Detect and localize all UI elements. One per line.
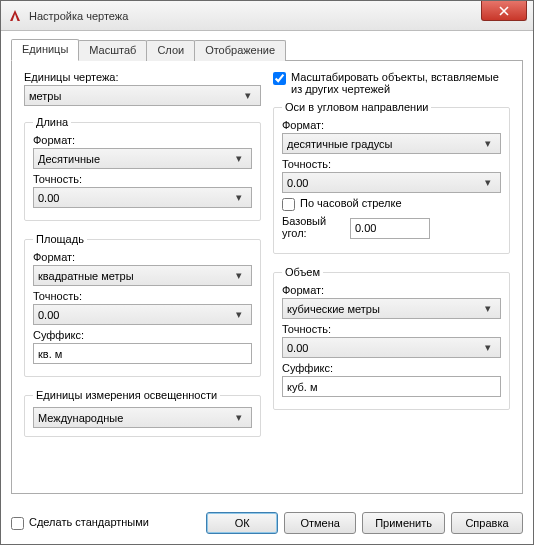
length-precision-combo[interactable]: 0.00 ▾ <box>33 187 252 208</box>
volume-precision-label: Точность: <box>282 323 501 335</box>
volume-suffix-label: Суффикс: <box>282 362 501 374</box>
right-column: Масштабировать объекты, вставляемые из д… <box>273 71 510 483</box>
area-group: Площадь Формат: квадратные метры ▾ Точно… <box>24 233 261 377</box>
length-group: Длина Формат: Десятичные ▾ Точность: 0.0… <box>24 116 261 221</box>
illum-legend: Единицы измерения освещенности <box>33 389 220 401</box>
drawing-units-value: метры <box>29 90 61 102</box>
tab-strip: Единицы Масштаб Слои Отображение <box>11 39 523 61</box>
footer: Сделать стандартными ОК Отмена Применить… <box>1 504 533 544</box>
window-title: Настройка чертежа <box>29 10 128 22</box>
chevron-down-icon: ▾ <box>480 137 496 150</box>
make-default-check[interactable]: Сделать стандартными <box>11 516 149 530</box>
dialog-window: Настройка чертежа Единицы Масштаб Слои О… <box>0 0 534 545</box>
volume-legend: Объем <box>282 266 323 278</box>
length-format-combo[interactable]: Десятичные ▾ <box>33 148 252 169</box>
apply-button[interactable]: Применить <box>362 512 445 534</box>
drawing-units-label: Единицы чертежа: <box>24 71 261 83</box>
area-suffix-input[interactable]: кв. м <box>33 343 252 364</box>
illum-combo[interactable]: Международные ▾ <box>33 407 252 428</box>
chevron-down-icon: ▾ <box>480 176 496 189</box>
angle-precision-combo[interactable]: 0.00 ▾ <box>282 172 501 193</box>
area-suffix-label: Суффикс: <box>33 329 252 341</box>
scale-objects-checkbox[interactable] <box>273 72 286 85</box>
chevron-down-icon: ▾ <box>231 269 247 282</box>
chevron-down-icon: ▾ <box>231 308 247 321</box>
chevron-down-icon: ▾ <box>480 341 496 354</box>
volume-suffix-value: куб. м <box>287 381 318 393</box>
ok-button[interactable]: ОК <box>206 512 278 534</box>
base-angle-label: Базовый угол: <box>282 215 342 239</box>
angle-precision-value: 0.00 <box>287 177 308 189</box>
length-precision-label: Точность: <box>33 173 252 185</box>
angle-group: Оси в угловом направлении Формат: десяти… <box>273 101 510 254</box>
volume-precision-value: 0.00 <box>287 342 308 354</box>
illum-value: Международные <box>38 412 123 424</box>
chevron-down-icon: ▾ <box>231 152 247 165</box>
area-suffix-value: кв. м <box>38 348 62 360</box>
titlebar[interactable]: Настройка чертежа <box>1 1 533 31</box>
clockwise-label: По часовой стрелке <box>300 197 402 209</box>
tab-body-units: Единицы чертежа: метры ▾ Длина Формат: Д… <box>11 61 523 494</box>
tab-layers[interactable]: Слои <box>146 40 195 61</box>
chevron-down-icon: ▾ <box>231 191 247 204</box>
area-format-value: квадратные метры <box>38 270 134 282</box>
angle-format-value: десятичные градусы <box>287 138 393 150</box>
close-button[interactable] <box>481 1 527 21</box>
chevron-down-icon: ▾ <box>480 302 496 315</box>
volume-suffix-input[interactable]: куб. м <box>282 376 501 397</box>
scale-objects-check[interactable]: Масштабировать объекты, вставляемые из д… <box>273 71 510 95</box>
make-default-label: Сделать стандартными <box>29 516 149 528</box>
area-legend: Площадь <box>33 233 87 245</box>
angle-legend: Оси в угловом направлении <box>282 101 431 113</box>
client-area: Единицы Масштаб Слои Отображение Единицы… <box>1 31 533 504</box>
chevron-down-icon: ▾ <box>240 89 256 102</box>
make-default-checkbox[interactable] <box>11 517 24 530</box>
cancel-button[interactable]: Отмена <box>284 512 356 534</box>
area-format-label: Формат: <box>33 251 252 263</box>
app-icon <box>7 8 23 24</box>
angle-format-combo[interactable]: десятичные градусы ▾ <box>282 133 501 154</box>
clockwise-check[interactable]: По часовой стрелке <box>282 197 501 211</box>
angle-precision-label: Точность: <box>282 158 501 170</box>
tab-scale[interactable]: Масштаб <box>78 40 147 61</box>
area-precision-value: 0.00 <box>38 309 59 321</box>
volume-precision-combo[interactable]: 0.00 ▾ <box>282 337 501 358</box>
base-angle-value: 0.00 <box>355 222 376 234</box>
drawing-units-combo[interactable]: метры ▾ <box>24 85 261 106</box>
volume-format-label: Формат: <box>282 284 501 296</box>
length-format-value: Десятичные <box>38 153 100 165</box>
volume-format-value: кубические метры <box>287 303 380 315</box>
tab-units[interactable]: Единицы <box>11 39 79 61</box>
help-button[interactable]: Справка <box>451 512 523 534</box>
length-legend: Длина <box>33 116 71 128</box>
tab-display[interactable]: Отображение <box>194 40 286 61</box>
area-format-combo[interactable]: квадратные метры ▾ <box>33 265 252 286</box>
area-precision-combo[interactable]: 0.00 ▾ <box>33 304 252 325</box>
angle-format-label: Формат: <box>282 119 501 131</box>
length-precision-value: 0.00 <box>38 192 59 204</box>
length-format-label: Формат: <box>33 134 252 146</box>
base-angle-input[interactable]: 0.00 <box>350 218 430 239</box>
scale-objects-label: Масштабировать объекты, вставляемые из д… <box>291 71 510 95</box>
area-precision-label: Точность: <box>33 290 252 302</box>
illum-group: Единицы измерения освещенности Междунаро… <box>24 389 261 437</box>
clockwise-checkbox[interactable] <box>282 198 295 211</box>
left-column: Единицы чертежа: метры ▾ Длина Формат: Д… <box>24 71 261 483</box>
chevron-down-icon: ▾ <box>231 411 247 424</box>
volume-group: Объем Формат: кубические метры ▾ Точност… <box>273 266 510 410</box>
volume-format-combo[interactable]: кубические метры ▾ <box>282 298 501 319</box>
